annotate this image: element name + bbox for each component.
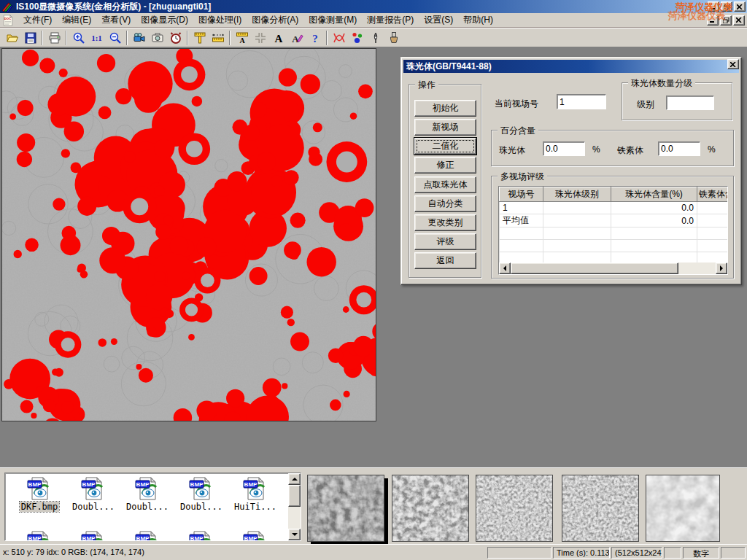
cell-pearlite[interactable]: 0.0 [611, 202, 697, 214]
rating-table[interactable]: 视场号 珠光体级别 珠光体含量(%) 铁素体含量(%) 1 0.0 平均值 0.… [498, 186, 728, 275]
thumbnail-5[interactable] [646, 475, 720, 542]
scrollbar-thumb[interactable] [511, 262, 678, 274]
menu-help[interactable]: 帮助(H) [458, 12, 498, 28]
video-capture-button[interactable] [130, 29, 148, 46]
change-class-button[interactable]: 更改类别 [414, 214, 476, 231]
scroll-up-button[interactable] [288, 473, 301, 485]
init-button[interactable]: 初始化 [414, 100, 476, 117]
file-item[interactable] [120, 530, 174, 541]
print-button[interactable] [45, 29, 63, 46]
clock-icon [169, 31, 182, 44]
cell-ferrite[interactable] [697, 214, 729, 228]
zoom-in-button[interactable] [69, 29, 88, 46]
metallographic-image[interactable] [1, 48, 376, 421]
help-button[interactable]: ? [306, 29, 324, 46]
cell-field[interactable]: 1 [500, 202, 543, 214]
return-button[interactable]: 返回 [414, 252, 476, 269]
rate-button[interactable]: 评级 [414, 233, 476, 250]
zoom-out-button[interactable] [106, 29, 124, 46]
current-field-input[interactable]: 1 [557, 94, 606, 109]
dialog-close-button[interactable] [727, 59, 739, 69]
close-button[interactable] [734, 1, 746, 12]
file-item[interactable]: Doubl... [120, 476, 174, 512]
menu-report[interactable]: 测量报告(P) [362, 12, 419, 28]
grade-input[interactable] [666, 96, 714, 110]
file-item[interactable] [228, 530, 282, 541]
status-empty-panel [721, 547, 746, 559]
ferrite-percent-input[interactable]: 0.0 [658, 141, 700, 156]
ruler-measure-button[interactable] [209, 29, 227, 46]
file-item[interactable]: HuiTi... [228, 476, 282, 512]
thumbnail-3[interactable] [476, 475, 553, 542]
menu-image-analysis[interactable]: 图像分析(A) [247, 12, 303, 28]
menu-edit[interactable]: 编辑(E) [57, 12, 96, 28]
col-field[interactable]: 视场号 [500, 187, 543, 202]
restore-button[interactable] [721, 1, 732, 12]
menu-view[interactable]: 查看(V) [96, 12, 136, 28]
pearlite-percent-input[interactable]: 0.0 [543, 141, 585, 156]
window-title: IS100显微摄像系统(金相分析版) - [zhuguangti01] [16, 1, 211, 13]
file-item[interactable]: Doubl... [174, 476, 228, 512]
scrollbar-thumb[interactable] [288, 485, 301, 507]
caliper-measure-button[interactable] [190, 29, 209, 46]
open-button[interactable] [3, 29, 21, 46]
scroll-down-button[interactable] [288, 529, 301, 540]
pen-tool-button[interactable] [366, 29, 384, 46]
file-item[interactable]: Doubl... [66, 476, 120, 512]
measure-label-button[interactable]: A [233, 29, 251, 46]
auto-classify-button[interactable]: 自动分类 [414, 195, 476, 212]
menu-image-measure[interactable]: 图像测量(M) [303, 12, 362, 28]
file-item[interactable] [174, 530, 228, 541]
col-pearlite[interactable]: 珠光体含量(%) [611, 187, 697, 202]
col-grade[interactable]: 珠光体级别 [543, 187, 611, 202]
table-horizontal-scrollbar[interactable] [499, 262, 727, 274]
thumbnail-1[interactable] [307, 475, 384, 542]
table-header-row: 视场号 珠光体级别 珠光体含量(%) 铁素体含量(%) [500, 187, 729, 202]
menu-settings[interactable]: 设置(S) [419, 12, 458, 28]
title-bar: IS100显微摄像系统(金相分析版) - [zhuguangti01] [0, 0, 747, 13]
dialog-title-bar[interactable]: 珠光体(GB/T9441-88) [403, 60, 739, 73]
zoom-1to1-button[interactable]: 1:1 [88, 29, 106, 46]
count-points-button[interactable] [348, 29, 366, 46]
thumbnail-2[interactable] [392, 475, 469, 542]
pan-button[interactable] [251, 29, 269, 46]
annotate-button[interactable]: A [287, 29, 306, 46]
pick-pearlite-button[interactable]: 点取珠光体 [414, 176, 476, 193]
svg-text:?: ? [312, 33, 318, 44]
correct-button[interactable]: 修正 [414, 157, 476, 174]
bmp-file-icon [27, 476, 52, 501]
video-camera-icon [133, 31, 146, 44]
file-item[interactable]: DKF.bmp [12, 476, 66, 512]
child-restore-button[interactable] [720, 15, 732, 26]
file-list-scrollbar[interactable] [288, 473, 301, 540]
minimize-button[interactable] [708, 1, 719, 12]
save-button[interactable] [21, 29, 39, 46]
menu-image-display[interactable]: 图像显示(D) [136, 12, 193, 28]
new-field-button[interactable]: 新视场 [414, 119, 476, 136]
menu-image-processing[interactable]: 图像处理(I) [193, 12, 247, 28]
cell-field[interactable]: 平均值 [500, 214, 543, 228]
still-capture-button[interactable] [148, 29, 166, 46]
child-minimize-button[interactable] [707, 15, 719, 26]
thumbnail-4[interactable] [562, 475, 639, 542]
file-item[interactable] [66, 530, 120, 541]
scroll-left-button[interactable] [499, 262, 511, 274]
col-ferrite[interactable]: 铁素体含量(%) [697, 187, 729, 202]
file-item[interactable] [12, 530, 66, 541]
cell-pearlite[interactable]: 0.0 [611, 214, 697, 228]
paint-tool-button[interactable] [384, 29, 403, 46]
cell-ferrite[interactable] [697, 202, 729, 214]
bmp-file-icon [135, 476, 160, 501]
child-close-button[interactable] [733, 15, 745, 26]
cell-grade[interactable] [543, 202, 611, 214]
child-minimize-icon [710, 18, 716, 23]
timer-button[interactable] [166, 29, 185, 46]
cell-grade[interactable] [543, 214, 611, 228]
file-list[interactable]: DKF.bmp Doubl... Doubl... Doubl... HuiTi… [4, 472, 301, 541]
scroll-right-button[interactable] [716, 262, 727, 274]
binarize-button[interactable]: 二值化 [414, 138, 476, 155]
text-button[interactable]: A [269, 29, 287, 46]
menu-file[interactable]: 文件(F) [18, 12, 57, 28]
curve-tool-button[interactable] [330, 29, 348, 46]
restore-icon [724, 4, 730, 9]
